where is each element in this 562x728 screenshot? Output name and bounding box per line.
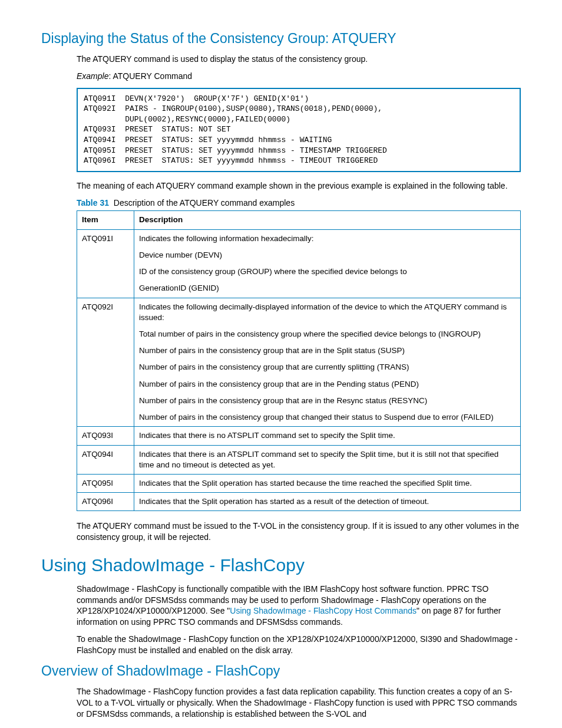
table-caption: Table 31 Description of the ATQUERY comm…	[77, 197, 521, 209]
cell-paragraph: Number of pairs in the consistency group…	[139, 412, 515, 423]
cell-paragraph: ID of the consistency group (GROUP) wher…	[139, 266, 515, 277]
paragraph: The ShadowImage - FlashCopy function pro…	[77, 686, 521, 720]
cell-description: Indicates that there is no ATSPLIT comma…	[134, 427, 521, 445]
cell-paragraph: GenerationID (GENID)	[139, 283, 515, 294]
code-block: ATQ091I DEVN(X'7920') GROUP(X'7F') GENID…	[77, 88, 521, 172]
cell-item: ATQ095I	[77, 474, 134, 492]
paragraph: The ATQUERY command must be issued to th…	[77, 521, 521, 543]
cell-paragraph: Number of pairs in the consistency group…	[139, 379, 515, 390]
cell-description: Indicates that the Split operation has s…	[134, 493, 521, 511]
paragraph: The meaning of each ATQUERY command exam…	[77, 180, 521, 192]
paragraph: To enable the ShadowImage - FlashCopy fu…	[77, 634, 521, 656]
example-label: Example	[77, 71, 108, 81]
cell-paragraph: Number of pairs in the consistency group…	[139, 396, 515, 406]
cell-item: ATQ091I	[77, 229, 134, 298]
table-row: ATQ094IIndicates that there is an ATSPLI…	[77, 445, 521, 474]
cell-paragraph: Device number (DEVN)	[139, 250, 515, 261]
heading-overview-shadowimage: Overview of ShadowImage - FlashCopy	[41, 662, 521, 680]
table-row: ATQ095IIndicates that the Split operatio…	[77, 474, 521, 492]
table-row: ATQ093IIndicates that there is no ATSPLI…	[77, 427, 521, 445]
th-item: Item	[77, 211, 134, 229]
atquery-table: Item Description ATQ091IIndicates the fo…	[77, 210, 521, 511]
cell-paragraph: Indicates the following decimally-displa…	[139, 302, 515, 323]
cell-paragraph: Total number of pairs in the consistency…	[139, 329, 515, 340]
cell-item: ATQ096I	[77, 493, 134, 511]
table-caption-text: Description of the ATQUERY command examp…	[114, 198, 295, 207]
example-rest: : ATQUERY Command	[108, 71, 192, 81]
cell-description: Indicates that the Split operation has s…	[134, 474, 521, 492]
cell-description: Indicates the following decimally-displa…	[134, 298, 521, 427]
cell-description: Indicates that there is an ATSPLIT comma…	[134, 445, 521, 474]
cell-paragraph: Number of pairs in the consistency group…	[139, 345, 515, 356]
heading-atquery-status: Displaying the Status of the Consistency…	[41, 29, 521, 48]
cell-item: ATQ094I	[77, 445, 134, 474]
table-row: ATQ092IIndicates the following decimally…	[77, 298, 521, 427]
paragraph: The ATQUERY command is used to display t…	[77, 54, 521, 65]
heading-using-shadowimage: Using ShadowImage - FlashCopy	[41, 554, 521, 578]
example-line: Example: ATQUERY Command	[77, 71, 521, 82]
table-label: Table 31	[77, 198, 109, 207]
paragraph: ShadowImage - FlashCopy is functionally …	[77, 584, 521, 628]
cell-item: ATQ093I	[77, 427, 134, 445]
cell-description: Indicates the following information hexa…	[134, 229, 521, 298]
table-row: ATQ091IIndicates the following informati…	[77, 229, 521, 298]
link-flashcopy-host-commands[interactable]: Using ShadowImage - FlashCopy Host Comma…	[230, 606, 416, 615]
cell-paragraph: Indicates the following information hexa…	[139, 233, 515, 244]
table-row: ATQ096IIndicates that the Split operatio…	[77, 493, 521, 511]
cell-paragraph: Number of pairs in the consistency group…	[139, 362, 515, 373]
th-description: Description	[134, 211, 521, 229]
cell-item: ATQ092I	[77, 298, 134, 427]
